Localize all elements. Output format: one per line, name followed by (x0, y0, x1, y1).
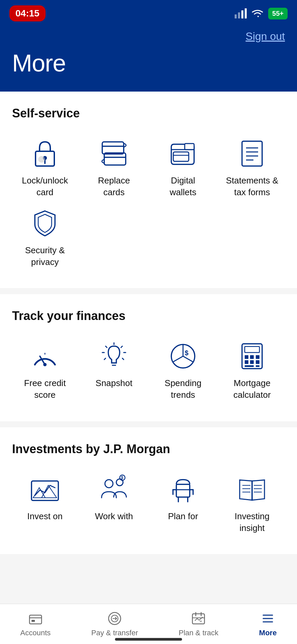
svg-rect-70 (29, 615, 42, 624)
plan-track-icon (191, 611, 206, 626)
digital-wallets-icon (166, 139, 200, 169)
nav-plan-track[interactable]: Plan & track (172, 608, 225, 641)
page-title: More (12, 49, 285, 77)
svg-line-29 (121, 346, 122, 347)
track-finances-section: Track your finances Free creditscore (0, 294, 297, 421)
battery-indicator: 55+ (268, 8, 288, 19)
lock-unlock-item[interactable]: Lock/unlockcard (12, 135, 78, 202)
svg-rect-56 (176, 484, 190, 497)
snapshot-item[interactable]: Snapshot (81, 338, 147, 404)
replace-cards-item[interactable]: Replacecards (81, 135, 147, 202)
svg-rect-14 (185, 144, 194, 150)
self-service-grid: Lock/unlockcard Replacecards (12, 135, 285, 271)
investing-insight-item[interactable]: Investinginsight (219, 471, 285, 537)
investments-title: Investments by J.P. Morgan (12, 442, 285, 456)
more-icon (260, 611, 275, 626)
svg-rect-41 (245, 355, 248, 359)
header: Sign out More (0, 27, 297, 92)
svg-rect-46 (256, 360, 259, 364)
svg-point-7 (38, 156, 45, 163)
home-indicator (115, 638, 182, 641)
work-with-item[interactable]: $ Work with (81, 471, 147, 537)
digital-wallets-label: Digitalwallets (170, 175, 196, 198)
svg-rect-47 (245, 365, 254, 367)
pay-transfer-icon (107, 611, 122, 626)
svg-rect-2 (241, 10, 243, 18)
work-with-icon: $ (97, 474, 131, 504)
track-finances-grid: Free creditscore (12, 338, 285, 404)
plan-track-nav-label: Plan & track (179, 629, 219, 637)
invest-on-item[interactable]: Invest on (12, 471, 78, 537)
svg-line-28 (106, 346, 107, 347)
security-privacy-item[interactable]: Security &privacy (12, 205, 78, 271)
mortgage-calculator-label: Mortgagecalculator (233, 377, 271, 401)
nav-more[interactable]: More (252, 608, 284, 641)
svg-line-36 (183, 356, 193, 362)
plan-for-item[interactable]: Plan for (150, 471, 216, 537)
snapshot-label: Snapshot (96, 377, 132, 389)
spending-trends-icon: $ (166, 341, 200, 371)
svg-rect-40 (245, 346, 259, 353)
svg-rect-44 (245, 360, 248, 364)
replace-cards-icon (97, 139, 131, 169)
free-credit-score-icon (28, 341, 62, 371)
investments-section: Investments by J.P. Morgan Invest on (0, 427, 297, 554)
investments-grid: Invest on $ Work with (12, 471, 285, 537)
self-service-section: Self-service Lock/unlockcard (0, 92, 297, 288)
track-finances-title: Track your finances (12, 309, 285, 323)
svg-text:$: $ (121, 475, 123, 480)
invest-on-label: Invest on (27, 511, 63, 522)
svg-rect-15 (242, 141, 262, 166)
plan-for-icon (166, 474, 200, 504)
accounts-nav-label: Accounts (20, 629, 51, 637)
svg-rect-1 (238, 12, 240, 18)
svg-point-21 (43, 363, 47, 366)
svg-rect-8 (102, 142, 124, 154)
accounts-icon (28, 611, 43, 626)
time-display: 04:15 (9, 5, 46, 21)
snapshot-icon (97, 341, 131, 371)
nav-pay-transfer[interactable]: Pay & transfer (84, 608, 144, 641)
svg-line-32 (104, 358, 106, 360)
spending-trends-label: Spendingtrends (165, 377, 201, 401)
statements-tax-icon (235, 139, 269, 169)
sign-out-link[interactable]: Sign out (246, 30, 285, 43)
lock-unlock-label: Lock/unlockcard (22, 175, 68, 198)
svg-rect-72 (32, 620, 35, 622)
svg-rect-12 (173, 152, 189, 161)
mortgage-calculator-icon (235, 341, 269, 371)
more-nav-label: More (259, 629, 277, 637)
svg-rect-42 (250, 355, 254, 359)
digital-wallets-item[interactable]: Digitalwallets (150, 135, 216, 202)
replace-cards-label: Replacecards (98, 175, 130, 198)
investing-insight-label: Investinginsight (235, 511, 270, 534)
svg-point-52 (105, 480, 113, 488)
svg-rect-45 (250, 360, 254, 364)
nav-accounts[interactable]: Accounts (14, 608, 58, 641)
svg-text:$: $ (185, 349, 188, 357)
invest-on-icon (28, 474, 62, 504)
svg-rect-0 (235, 14, 237, 18)
statements-tax-label: Statements &tax forms (226, 175, 278, 198)
wifi-icon (251, 8, 263, 18)
svg-line-37 (173, 356, 183, 362)
spending-trends-item[interactable]: $ Spendingtrends (150, 338, 216, 404)
status-icons: 55+ (235, 8, 288, 19)
mortgage-calculator-item[interactable]: Mortgagecalculator (219, 338, 285, 404)
statements-tax-item[interactable]: Statements &tax forms (219, 135, 285, 202)
svg-rect-10 (104, 153, 126, 165)
security-privacy-label: Security &privacy (25, 245, 65, 268)
work-with-label: Work with (95, 511, 133, 522)
lock-unlock-icon (28, 139, 62, 169)
svg-rect-43 (256, 355, 259, 359)
free-credit-score-label: Free creditscore (24, 377, 66, 401)
signal-icon (235, 8, 247, 18)
svg-rect-48 (256, 365, 259, 367)
svg-rect-3 (245, 8, 247, 18)
free-credit-score-item[interactable]: Free creditscore (12, 338, 78, 404)
svg-marker-50 (33, 488, 45, 498)
svg-line-33 (122, 358, 124, 360)
status-bar: 04:15 55+ (0, 0, 297, 27)
svg-rect-76 (192, 614, 204, 624)
plan-for-label: Plan for (168, 511, 198, 522)
